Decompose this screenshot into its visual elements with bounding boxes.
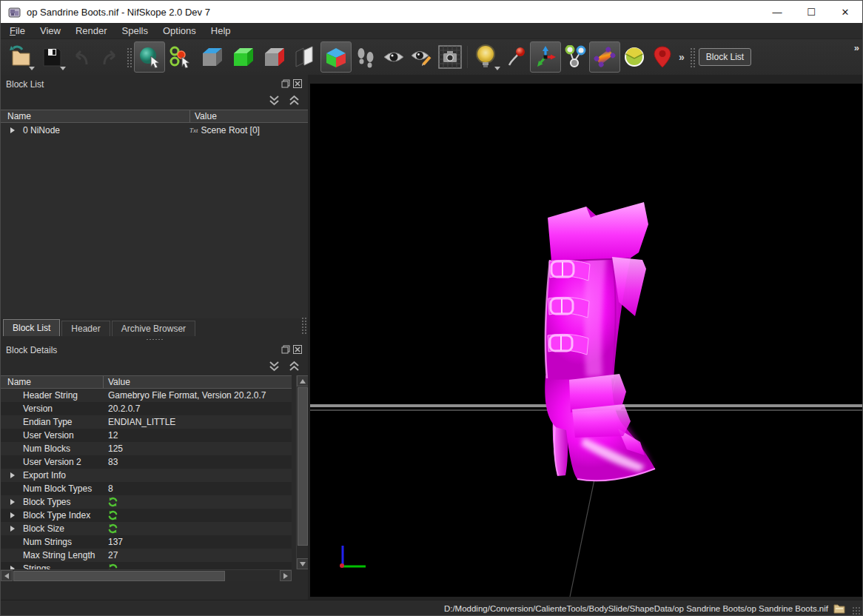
cube-red-side-button[interactable] [258,41,289,73]
collapse-all-icon[interactable] [268,361,281,372]
close-panel-icon[interactable] [293,345,302,354]
lighting-button[interactable] [471,41,502,73]
rgb-cube-icon [324,45,348,69]
horizontal-scroll-thumb[interactable] [13,571,225,581]
table-row[interactable]: Block Types [1,495,292,509]
select-mode-button[interactable] [134,41,165,73]
panel-splitter[interactable] [1,336,308,343]
table-row[interactable]: Block Type Index [1,509,292,522]
expand-all-icon[interactable] [288,95,300,106]
block-list-chevron-row [1,92,308,110]
undo-button[interactable] [67,41,95,73]
menu-options[interactable]: Options [155,24,204,38]
close-button[interactable]: ✕ [828,1,862,23]
boot-straps [548,260,590,355]
visibility-button[interactable] [380,41,408,73]
float-panel-icon[interactable] [281,345,290,354]
table-row[interactable]: Header String Gamebryo File Format, Vers… [1,389,292,402]
screenshot-button[interactable] [436,41,464,73]
scroll-right-button[interactable] [280,570,292,581]
menu-spells[interactable]: Spells [115,24,155,38]
blocklist-toolbar-handle[interactable] [689,47,695,67]
tab-header[interactable]: Header [61,321,110,336]
undo-icon [71,47,92,67]
tab-archive-browser[interactable]: Archive Browser [112,321,195,336]
tree-row-ninode[interactable]: 0 NiNode Txt Scene Root [0] [1,123,308,137]
save-button[interactable] [36,41,67,73]
footprints-button[interactable] [352,41,380,73]
toolbar-overflow-icon[interactable]: » [676,51,687,63]
toolbar-handle[interactable] [126,47,132,67]
file-path: D:/Modding/Conversion/CalienteTools/Body… [444,604,828,613]
scroll-left-button[interactable] [1,570,13,581]
tab-block-list[interactable]: Block List [3,319,60,336]
table-row[interactable]: Version 20.2.0.7 [1,402,292,415]
vertical-scrollbar[interactable] [296,375,308,569]
toolbar-corner-overflow-icon[interactable]: » [854,42,859,53]
table-row[interactable]: Num Block Types 8 [1,482,292,495]
column-value[interactable]: Value [104,376,130,388]
scroll-down-button[interactable] [297,558,309,569]
horizontal-scrollbar[interactable] [1,569,292,581]
close-panel-icon[interactable] [293,79,302,88]
screenshot-icon [437,44,463,70]
cube-blue-top-button[interactable] [196,41,227,73]
rgb-cube-button[interactable] [320,41,352,73]
column-name[interactable]: Name [1,110,189,122]
menu-view[interactable]: View [33,24,68,38]
array-refresh-icon [108,510,118,520]
eye-icon [383,48,405,66]
block-details-chevron-row [1,358,308,375]
double-sided-button[interactable] [289,41,320,73]
vertex-point-button[interactable] [502,41,530,73]
table-row[interactable]: Num Blocks 125 [1,442,292,455]
menu-render[interactable]: Render [68,24,115,38]
radar-button[interactable] [620,41,648,73]
block-details-columns: Name Value [1,375,292,389]
column-name[interactable]: Name [1,376,103,388]
expand-arrow-icon[interactable] [10,127,15,133]
table-row[interactable]: Block Size [1,522,292,535]
table-row[interactable]: User Version 12 [1,429,292,442]
resize-grip[interactable] [852,606,861,615]
visibility-edit-button[interactable] [408,41,436,73]
redo-button[interactable] [95,41,124,73]
block-list-tree[interactable]: 0 NiNode Txt Scene Root [0] [1,123,308,318]
block-list-toolbar-button[interactable]: Block List [699,48,751,66]
table-row[interactable]: User Version 2 83 [1,455,292,469]
table-row[interactable]: Max String Length 27 [1,549,292,562]
marker-pin-button[interactable] [648,41,676,73]
nifskope-window: op Sandrine Boots.nif - NifSkope 2.0 Dev… [0,0,863,616]
clipped-row[interactable]: Strings [1,562,292,569]
folder-icon[interactable] [833,603,846,614]
column-value[interactable]: Value [190,110,217,122]
dock-handle[interactable] [301,317,306,335]
table-row[interactable]: Num Strings 137 [1,535,292,549]
float-panel-icon[interactable] [281,79,290,88]
maximize-button[interactable]: ☐ [794,1,828,23]
splitter-grip-icon [146,338,164,341]
render-viewport[interactable] [310,84,863,597]
cube-blue-top-icon [200,45,224,69]
axes-button[interactable] [530,41,561,73]
axes-icon [534,45,557,69]
open-button[interactable] [5,41,36,73]
bone-weights-button[interactable] [589,41,620,73]
scene-canvas [310,84,863,597]
menubar: File View Render Spells Options Help [1,23,862,39]
vertical-scroll-thumb[interactable] [298,387,308,546]
constraints-button[interactable] [561,41,589,73]
table-row[interactable]: Endian Type ENDIAN_LITTLE [1,415,292,429]
bone-weights-icon [593,45,617,69]
table-row[interactable]: Export Info [1,469,292,482]
vertex-select-button[interactable] [165,41,196,73]
collapse-all-icon[interactable] [268,95,281,106]
cube-green-button[interactable] [227,41,258,73]
cube-green-icon [231,45,255,69]
menu-help[interactable]: Help [204,24,238,38]
block-list-panel-header: Block List [1,77,308,92]
scroll-up-button[interactable] [297,375,309,386]
minimize-button[interactable]: — [760,1,794,23]
expand-all-icon[interactable] [288,361,300,372]
menu-file[interactable]: File [2,24,33,38]
